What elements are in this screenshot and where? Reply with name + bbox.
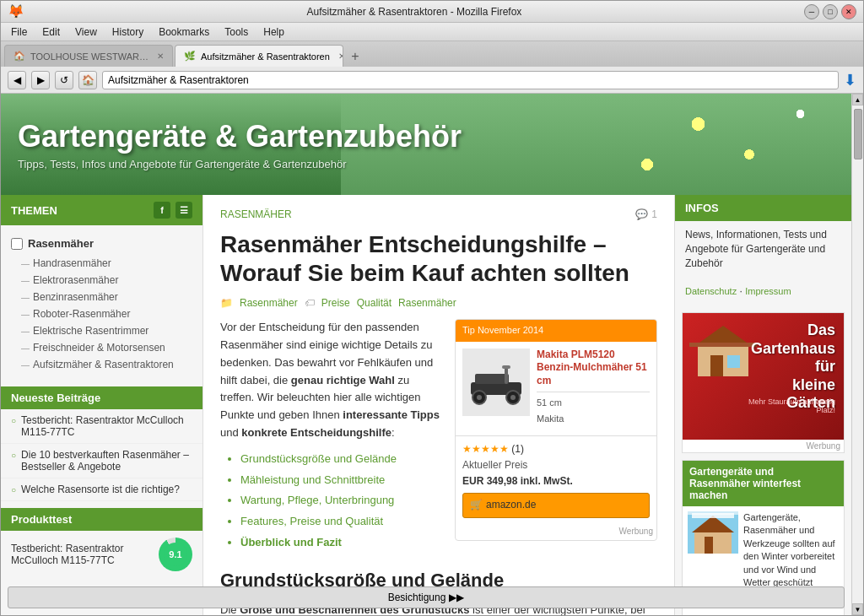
tab-2-close[interactable]: ✕ bbox=[338, 51, 343, 61]
sidebar-right: INFOS News, Informationen, Tests und Ang… bbox=[674, 195, 851, 615]
site-title: Gartengeräte & Gartenzubehör bbox=[18, 119, 462, 154]
themes-label: THEMEN bbox=[11, 204, 57, 217]
ad-house-image bbox=[689, 322, 757, 381]
scroll-down-button[interactable]: ▼ bbox=[852, 603, 863, 615]
product-test-title: Produkttest bbox=[1, 508, 202, 531]
menu-bookmarks[interactable]: Bookmarks bbox=[152, 24, 216, 40]
sidebar-article-title: Gartengeräte und Rasenmäher winterfest m… bbox=[683, 461, 844, 506]
site-body: THEMEN f ☰ Rasenmäher Handrasenmähe bbox=[1, 195, 851, 615]
tag-preise[interactable]: Preise bbox=[321, 297, 350, 309]
product-test-item: Testbericht: Rasentraktor McCulloch M115… bbox=[1, 531, 202, 578]
site-subtitle: Tipps, Tests, Infos und Angebote für Gar… bbox=[18, 158, 462, 170]
infos-datenschutz[interactable]: Datenschutz bbox=[685, 286, 737, 296]
tip-content: Makita PLM5120 Benzin-Mulchmäher 51 cm 5… bbox=[456, 342, 656, 435]
article-body: Tip November 2014 bbox=[220, 319, 657, 615]
amazon-button[interactable]: 🛒 amazon.de bbox=[462, 493, 650, 517]
tip-divider bbox=[537, 392, 650, 392]
tip-price-section: ★★★★★ (1) Aktueller Preis EUR 349,98 ink… bbox=[456, 435, 656, 523]
sidebar-left: THEMEN f ☰ Rasenmäher Handrasenmähe bbox=[1, 195, 203, 615]
nav-item-aufsitzmaeher[interactable]: Aufsitzmäher & Rasentraktoren bbox=[1, 356, 202, 373]
menu-file[interactable]: File bbox=[4, 24, 34, 40]
tip-reviews: (1) bbox=[511, 443, 524, 455]
tag-icon: 🏷 bbox=[305, 297, 315, 309]
minimize-button[interactable]: ─ bbox=[804, 4, 819, 19]
scroll-track[interactable] bbox=[852, 105, 863, 603]
menu-edit[interactable]: Edit bbox=[35, 24, 67, 40]
product-test-text[interactable]: Testbericht: Rasentraktor McCulloch M115… bbox=[11, 543, 152, 566]
tip-product-image bbox=[462, 349, 530, 416]
news-bullet-2: ○ bbox=[11, 451, 16, 460]
rss-icon[interactable]: ☰ bbox=[176, 202, 192, 219]
browser-window: 🦊 Aufsitzmäher & Rasentraktoren - Mozill… bbox=[0, 0, 864, 616]
nav-item-elektrorasenmaeher[interactable]: Elektrorasenmäher bbox=[1, 272, 202, 289]
svg-rect-11 bbox=[727, 355, 740, 368]
news-item-2[interactable]: ○ Die 10 bestverkauften Rasenmäher – Bes… bbox=[1, 444, 202, 478]
scroll-up-button[interactable]: ▲ bbox=[852, 94, 863, 105]
download-icon[interactable]: ⬇ bbox=[844, 71, 856, 89]
nav-section-rasenmaeher: Rasenmäher Handrasenmäher Elektrorasenmä… bbox=[1, 225, 202, 380]
tag-qualitaet[interactable]: Qualität bbox=[357, 297, 392, 309]
winter-house-svg bbox=[688, 511, 738, 554]
address-bar: ◀ ▶ ↺ 🏠 ⬇ bbox=[1, 67, 863, 94]
nav-item-handrasenmaeher[interactable]: Handrasenmäher bbox=[1, 255, 202, 272]
home-button[interactable]: 🏠 bbox=[78, 71, 97, 89]
menu-history[interactable]: History bbox=[105, 24, 150, 40]
forward-button[interactable]: ▶ bbox=[31, 71, 50, 89]
news-item-1[interactable]: ○ Testbericht: Rasentraktor McCulloch M1… bbox=[1, 409, 202, 444]
tip-spec-brand: Makita bbox=[537, 412, 650, 427]
nav-checkbox[interactable] bbox=[11, 238, 23, 250]
breadcrumb-link[interactable]: RASENMÄHER bbox=[220, 208, 292, 220]
window-controls: ─ □ ✕ bbox=[804, 4, 856, 19]
cart-icon: 🛒 bbox=[470, 497, 483, 513]
sidebar-article-image bbox=[688, 511, 738, 554]
breadcrumb: RASENMÄHER 💬 1 bbox=[220, 208, 657, 220]
tip-werbung: Werbung bbox=[456, 523, 656, 540]
menu-view[interactable]: View bbox=[68, 24, 104, 40]
nav-item-roboterrasenmaeher[interactable]: Roboter-Rasenmäher bbox=[1, 305, 202, 322]
svg-point-4 bbox=[477, 395, 482, 400]
tab-1[interactable]: 🏠 TOOLHOUSE WESTWARE · Aktuelle Projekte… bbox=[4, 45, 173, 67]
firefox-logo: 🦊 bbox=[8, 3, 24, 19]
news-bullet-1: ○ bbox=[11, 416, 16, 425]
svg-rect-6 bbox=[505, 367, 508, 384]
tab-1-close[interactable]: ✕ bbox=[157, 51, 164, 61]
nav-item-rasentrimmer[interactable]: Elektrische Rasentrimmer bbox=[1, 322, 202, 339]
news-item-3[interactable]: ○ Welche Rasensorte ist die richtige? bbox=[1, 478, 202, 501]
tag-rasenmaeher[interactable]: Rasenmäher bbox=[240, 297, 298, 309]
url-input[interactable] bbox=[102, 71, 839, 89]
new-tab-button[interactable]: + bbox=[345, 46, 365, 67]
amazon-label: amazon.de bbox=[486, 497, 536, 513]
maximize-button[interactable]: □ bbox=[823, 4, 838, 19]
sidebar-nav: THEMEN f ☰ bbox=[1, 195, 202, 225]
page-area: Gartengeräte & Gartenzubehör Tipps, Test… bbox=[1, 94, 863, 615]
sidebar-news-section: Neueste Beiträge ○ Testbericht: Rasentra… bbox=[1, 386, 202, 501]
infos-impressum[interactable]: Impressum bbox=[745, 286, 791, 296]
facebook-icon[interactable]: f bbox=[154, 202, 170, 219]
article-title: Rasenmäher Entscheidungshilfe – Worauf S… bbox=[220, 230, 657, 287]
tag-rasenmaeher2[interactable]: Rasenmäher bbox=[398, 297, 456, 309]
comment-count: 1 bbox=[651, 208, 657, 220]
tip-info: Makita PLM5120 Benzin-Mulchmäher 51 cm 5… bbox=[537, 349, 650, 429]
scroll-thumb[interactable] bbox=[854, 109, 862, 159]
menu-tools[interactable]: Tools bbox=[218, 24, 255, 40]
comment-icon: 💬 bbox=[635, 208, 648, 220]
close-button[interactable]: ✕ bbox=[841, 4, 856, 19]
ad-subtitle: Mehr Stauraum auf wenigPlatz! bbox=[748, 397, 835, 414]
back-button[interactable]: ◀ bbox=[8, 71, 26, 89]
menu-help[interactable]: Help bbox=[256, 24, 291, 40]
ad-werbung: Werbung bbox=[683, 440, 844, 452]
tab-2[interactable]: 🌿 Aufsitzmäher & Rasentraktoren ✕ bbox=[175, 45, 343, 67]
article-tags: 📁 Rasenmäher 🏷 Preise Qualität Rasenmähe… bbox=[220, 297, 657, 309]
tip-spec-size: 51 cm bbox=[537, 396, 650, 411]
ad-box[interactable]: DasGartenhausfürkleineGärten Mehr Staura… bbox=[682, 312, 845, 453]
infos-header: INFOS bbox=[675, 195, 851, 221]
title-bar: 🦊 Aufsitzmäher & Rasentraktoren - Mozill… bbox=[1, 1, 863, 23]
nav-item-benzinrasenmaeher[interactable]: Benzinrasenmäher bbox=[1, 289, 202, 305]
tip-price: EUR 349,98 inkl. MwSt. bbox=[462, 473, 650, 489]
svg-rect-7 bbox=[502, 365, 510, 369]
tip-product-title[interactable]: Makita PLM5120 Benzin-Mulchmäher 51 cm bbox=[537, 349, 650, 388]
nav-item-freischneider[interactable]: Freischneider & Motorsensen bbox=[1, 339, 202, 356]
reload-button[interactable]: ↺ bbox=[55, 71, 73, 89]
svg-rect-10 bbox=[710, 355, 723, 376]
scrollbar: ▲ ▼ bbox=[851, 94, 863, 615]
